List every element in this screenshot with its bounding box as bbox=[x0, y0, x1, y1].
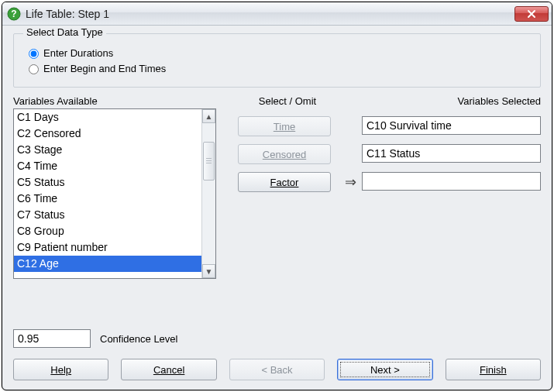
help-icon: ? bbox=[7, 7, 21, 21]
radio-durations-label: Enter Durations bbox=[43, 47, 113, 59]
time-field[interactable] bbox=[362, 116, 541, 135]
titlebar: ? Life Table: Step 1 bbox=[2, 2, 552, 26]
wizard-button-row: Help Cancel < Back Next > Finish bbox=[13, 359, 541, 380]
list-item[interactable]: C3 Stage bbox=[14, 142, 201, 158]
radio-begin-end-input[interactable] bbox=[29, 64, 39, 74]
help-button[interactable]: Help bbox=[13, 359, 108, 380]
scroll-track[interactable] bbox=[202, 123, 215, 264]
radio-begin-end[interactable]: Enter Begin and End Times bbox=[25, 62, 529, 74]
scroll-down-button[interactable]: ▼ bbox=[202, 264, 215, 278]
list-item[interactable]: C12 Age bbox=[14, 256, 201, 272]
window-title: Life Table: Step 1 bbox=[26, 8, 514, 20]
dialog-window: ? Life Table: Step 1 Select Data Type En… bbox=[2, 2, 552, 390]
scroll-thumb[interactable] bbox=[203, 142, 215, 181]
variables-available-list[interactable]: C1 DaysC2 CensoredC3 StageC4 TimeC5 Stat… bbox=[14, 109, 201, 278]
censored-button[interactable]: Censored bbox=[238, 144, 331, 164]
confidence-level-input[interactable] bbox=[13, 329, 91, 348]
middle-area: Variables Available C1 DaysC2 CensoredC3… bbox=[13, 95, 541, 320]
cancel-button[interactable]: Cancel bbox=[121, 359, 216, 380]
close-button[interactable] bbox=[514, 6, 549, 22]
dialog-content: Select Data Type Enter Durations Enter B… bbox=[2, 26, 552, 390]
list-item[interactable]: C6 Time bbox=[14, 191, 201, 207]
scroll-up-button[interactable]: ▲ bbox=[202, 109, 215, 123]
confidence-level-label: Confidence Level bbox=[100, 333, 177, 345]
next-button[interactable]: Next > bbox=[337, 359, 432, 380]
data-type-legend: Select Data Type bbox=[23, 26, 106, 38]
close-icon bbox=[527, 9, 536, 19]
variables-available-column: Variables Available C1 DaysC2 CensoredC3… bbox=[13, 95, 216, 320]
list-item[interactable]: C9 Patient number bbox=[14, 239, 201, 256]
censored-field[interactable] bbox=[362, 144, 541, 163]
variables-selected-label: Variables Selected bbox=[362, 95, 541, 107]
factor-field[interactable] bbox=[362, 172, 541, 191]
select-omit-label: Select / Omit bbox=[236, 95, 339, 107]
list-item[interactable]: C2 Censored bbox=[14, 126, 201, 142]
listbox-scrollbar[interactable]: ▲ ▼ bbox=[201, 109, 215, 278]
factor-button[interactable]: Factor bbox=[238, 172, 331, 192]
radio-durations[interactable]: Enter Durations bbox=[25, 46, 529, 59]
finish-button[interactable]: Finish bbox=[446, 359, 541, 380]
confidence-row: Confidence Level bbox=[13, 329, 541, 348]
data-type-group: Select Data Type Enter Durations Enter B… bbox=[13, 33, 541, 88]
radio-begin-end-label: Enter Begin and End Times bbox=[43, 63, 166, 74]
variables-available-listbox[interactable]: C1 DaysC2 CensoredC3 StageC4 TimeC5 Stat… bbox=[13, 108, 216, 279]
list-item[interactable]: C8 Group bbox=[14, 223, 201, 239]
select-omit-column: Select / Omit Variables Selected Time Ce… bbox=[230, 95, 541, 320]
list-item[interactable]: C5 Status bbox=[14, 174, 201, 191]
svg-text:?: ? bbox=[11, 9, 16, 19]
list-item[interactable]: C7 Status bbox=[14, 207, 201, 223]
radio-durations-input[interactable] bbox=[29, 49, 39, 59]
variables-available-label: Variables Available bbox=[13, 95, 216, 107]
list-item[interactable]: C1 Days bbox=[14, 109, 201, 126]
back-button[interactable]: < Back bbox=[229, 359, 325, 380]
arrow-icon: ⇒ bbox=[339, 172, 362, 192]
time-button[interactable]: Time bbox=[238, 116, 331, 136]
list-item[interactable]: C4 Time bbox=[14, 158, 201, 174]
